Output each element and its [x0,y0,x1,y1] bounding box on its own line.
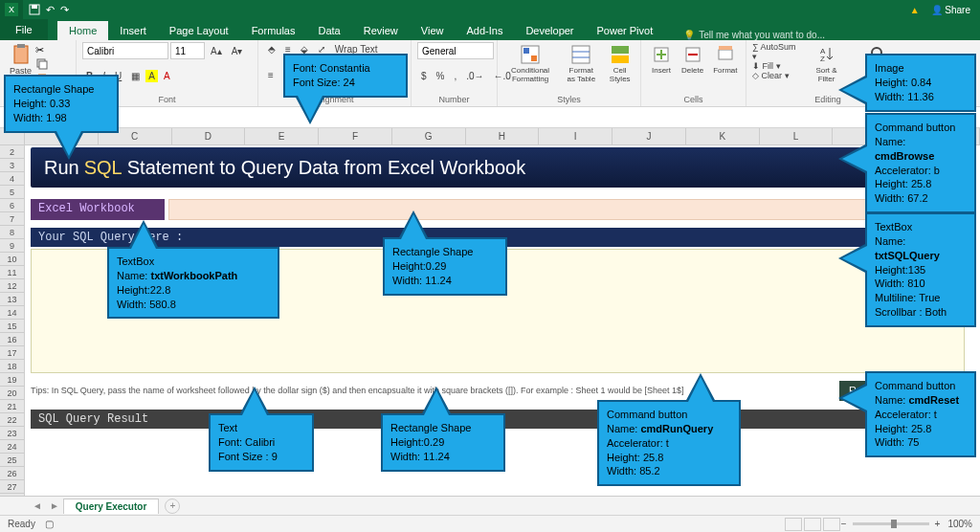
add-sheet-button[interactable]: + [165,499,180,514]
fill-color-icon[interactable]: A [145,70,158,82]
svg-rect-12 [531,55,537,61]
row-header[interactable]: 11 [0,266,25,279]
tab-powerpivot[interactable]: Power Pivot [586,21,665,40]
col-header[interactable]: L [760,128,834,144]
decrease-font-icon[interactable]: A▾ [228,44,247,58]
svg-rect-4 [14,46,28,63]
svg-rect-13 [572,46,590,63]
row-header[interactable]: 15 [0,320,25,333]
font-size-select[interactable] [170,42,205,59]
cut-icon[interactable]: ✂ [35,44,49,56]
cell-styles-button[interactable]: Cell Styles [605,42,635,85]
col-header[interactable]: F [319,128,392,144]
row-header[interactable]: 19 [0,373,25,387]
row-header[interactable]: 2 [0,145,25,159]
align-top-icon[interactable]: ⬘ [264,42,279,56]
format-cells-button[interactable]: Format [709,42,741,77]
row-header[interactable]: 26 [0,467,25,480]
save-icon[interactable] [29,4,40,16]
tab-review[interactable]: Review [352,21,410,40]
workbook-path-textbox[interactable] [168,199,906,220]
tell-me[interactable]: 💡 Tell me what you want to do... [683,30,825,40]
col-header[interactable]: H [466,128,540,144]
copy-icon[interactable] [35,57,49,71]
row-header[interactable]: 3 [0,159,25,172]
format-as-table-button[interactable]: Format as Table [561,42,601,85]
row-header[interactable]: 20 [0,387,25,400]
row-header[interactable]: 7 [0,212,25,226]
currency-icon[interactable]: $ [417,69,431,83]
column-headers: B C D E F G H I J K L M N [0,128,980,145]
row-header[interactable]: 24 [0,440,25,454]
row-header[interactable]: 10 [0,253,25,266]
row-header[interactable]: 23 [0,427,25,440]
zoom-level[interactable]: 100% [947,519,972,529]
normal-view-icon[interactable] [785,518,802,531]
col-header[interactable]: E [245,128,319,144]
increase-font-icon[interactable]: A▴ [207,44,226,58]
border-icon[interactable]: ▦ [127,69,144,83]
increase-decimal-icon[interactable]: .0→ [462,69,487,83]
redo-icon[interactable]: ↷ [60,4,69,16]
tab-view[interactable]: View [410,21,456,40]
col-header[interactable]: K [686,128,760,144]
col-header[interactable]: J [612,128,686,144]
row-header[interactable]: 4 [0,172,25,186]
row-header[interactable]: 6 [0,199,25,212]
sheet-tab-active[interactable]: Query Executor [63,499,159,514]
zoom-slider[interactable] [853,522,929,525]
row-headers: 2345678910111213141516171819202122232425… [0,145,25,509]
percent-icon[interactable]: % [433,69,449,83]
row-header[interactable]: 16 [0,333,25,346]
tab-insert[interactable]: Insert [108,21,158,40]
col-header[interactable]: I [539,128,612,144]
row-header[interactable]: 13 [0,293,25,306]
col-header[interactable]: D [172,128,246,144]
svg-rect-3 [32,5,37,9]
row-header[interactable]: 22 [0,413,25,427]
clear-button[interactable]: ◇ Clear ▾ [752,71,800,80]
row-header[interactable]: 18 [0,360,25,373]
tab-developer[interactable]: Developer [514,21,585,40]
row-header[interactable]: 21 [0,400,25,413]
zoom-out-icon[interactable]: − [841,519,847,529]
font-color-icon[interactable]: A [160,69,174,83]
autosum-button[interactable]: ∑ AutoSum ▾ [752,42,800,61]
excel-icon: X [0,0,23,19]
tab-page-layout[interactable]: Page Layout [158,21,240,40]
share-button[interactable]: 👤 Share [931,5,970,15]
page-break-view-icon[interactable] [823,518,840,531]
fill-button[interactable]: ⬇ Fill ▾ [752,61,800,71]
insert-cells-button[interactable]: Insert [647,42,676,77]
delete-cells-button[interactable]: Delete [678,42,707,77]
align-left-icon[interactable]: ≡ [264,68,278,82]
font-name-select[interactable] [82,42,168,59]
undo-icon[interactable]: ↶ [46,4,55,16]
col-header[interactable]: G [392,128,466,144]
workbook-label-shape: Excel Workbook [31,199,165,220]
row-header[interactable]: 27 [0,480,25,494]
number-format-select[interactable] [417,42,494,59]
tab-file[interactable]: File [0,19,48,40]
row-header[interactable]: 14 [0,306,25,320]
tab-formulas[interactable]: Formulas [240,21,307,40]
tab-addins[interactable]: Add-Ins [455,21,514,40]
ribbon: Paste ✂ Clipboard A▴ A▾ B I U ▦ A A Font [0,40,980,107]
row-header[interactable]: 25 [0,454,25,467]
tab-home[interactable]: Home [57,21,108,40]
row-header[interactable]: 12 [0,279,25,293]
comma-icon[interactable]: , [450,69,460,83]
row-header[interactable]: 8 [0,226,25,239]
row-header[interactable]: 17 [0,346,25,360]
row-header[interactable]: 9 [0,239,25,253]
page-layout-view-icon[interactable] [804,518,821,531]
callout-sqlbox: TextBoxName: txtSQLQueryHeight:135Width:… [865,212,976,327]
tab-data[interactable]: Data [306,21,351,40]
sheet-nav-prev-icon[interactable]: ◄ [29,500,46,511]
macro-record-icon[interactable]: ▢ [45,519,54,529]
status-bar: Ready ▢ − + 100% [0,515,980,532]
conditional-formatting-button[interactable]: Conditional Formatting [503,42,557,85]
row-header[interactable]: 5 [0,186,25,199]
zoom-in-icon[interactable]: + [935,519,941,529]
sheet-nav-next-icon[interactable]: ► [46,500,63,511]
